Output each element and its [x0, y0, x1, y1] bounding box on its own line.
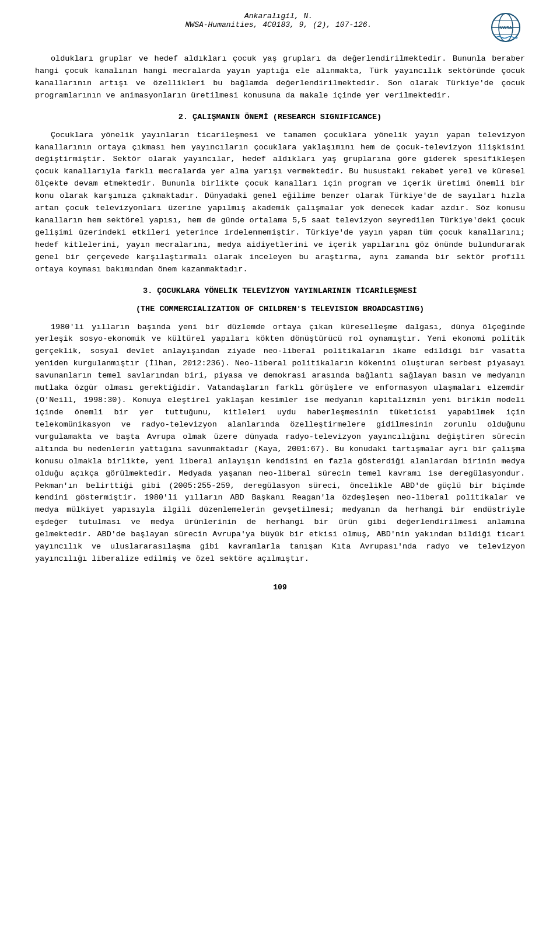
paragraph-3: 1980'li yılların başında yeni bir düzlem…	[35, 322, 525, 565]
section-3-title-text: 3. ÇOCUKLARA YÖNELİK TELEVİZYON YAYINLAR…	[143, 287, 417, 295]
logo-svg: NWSA	[490, 12, 522, 44]
section-3-subtitle-text: (THE COMMERCIALIZATION OF CHILDREN'S TEL…	[136, 305, 424, 313]
section-3-subtitle: (THE COMMERCIALIZATION OF CHILDREN'S TEL…	[35, 303, 525, 316]
section-2-title-text: 2. ÇALIŞMANIN ÖNEMİ (RESEARCH SIGNIFICAN…	[178, 113, 382, 121]
page-header: Ankaralıgil, N. NWSA-Humanities, 4C0183,…	[35, 12, 525, 44]
page-container: Ankaralıgil, N. NWSA-Humanities, 4C0183,…	[0, 0, 560, 943]
svg-text:NWSA: NWSA	[499, 26, 512, 30]
section-3-title: 3. ÇOCUKLARA YÖNELİK TELEVİZYON YAYINLAR…	[35, 285, 525, 298]
page-footer: 109	[35, 583, 525, 592]
journal-info: NWSA-Humanities, 4C0183, 9, (2), 107-126…	[67, 20, 490, 29]
main-content: oldukları gruplar ve hedef aldıkları çoc…	[35, 53, 525, 565]
journal-author: Ankaralıgil, N.	[67, 12, 490, 20]
paragraph-1: oldukları gruplar ve hedef aldıkları çoc…	[35, 53, 525, 102]
page-number: 109	[273, 583, 286, 592]
nwsa-logo: NWSA	[490, 12, 525, 44]
header-text: Ankaralıgil, N. NWSA-Humanities, 4C0183,…	[67, 12, 490, 29]
son-text: Son	[388, 79, 402, 88]
paragraph-2: Çocuklara yönelik yayınların ticarileşme…	[35, 130, 525, 276]
section-2-title: 2. ÇALIŞMANIN ÖNEMİ (RESEARCH SIGNIFICAN…	[35, 111, 525, 124]
